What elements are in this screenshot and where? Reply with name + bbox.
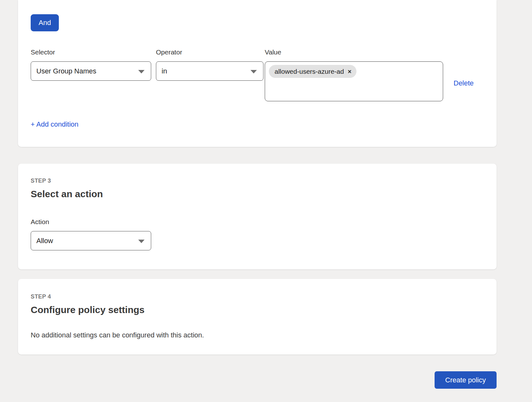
action-label: Action bbox=[31, 218, 484, 226]
value-tag-text: allowed-users-azure-ad bbox=[275, 68, 344, 75]
action-dropdown-value: Allow bbox=[36, 237, 53, 245]
step4-description: No additional settings can be configured… bbox=[31, 331, 484, 339]
step3-card: STEP 3 Select an action Action Allow bbox=[18, 164, 497, 269]
chevron-down-icon bbox=[138, 240, 145, 243]
operator-dropdown-value: in bbox=[162, 67, 167, 75]
step3-title: Select an action bbox=[31, 189, 484, 199]
chevron-down-icon bbox=[251, 70, 257, 73]
policy-builder-page: And Selector User Group Names Operator i… bbox=[0, 0, 532, 402]
chevron-down-icon bbox=[138, 70, 145, 73]
step4-label: STEP 4 bbox=[31, 293, 484, 300]
step3-label: STEP 3 bbox=[31, 177, 484, 184]
operator-label: Operator bbox=[156, 48, 263, 56]
operator-dropdown[interactable]: in bbox=[156, 61, 263, 81]
tag-remove-icon[interactable]: × bbox=[348, 68, 351, 75]
selector-label: Selector bbox=[31, 48, 151, 56]
operator-field: Operator in bbox=[151, 48, 263, 81]
action-dropdown[interactable]: Allow bbox=[31, 231, 151, 250]
selector-dropdown[interactable]: User Group Names bbox=[31, 61, 151, 81]
and-operator-button[interactable]: And bbox=[31, 14, 59, 31]
value-label: Value bbox=[265, 48, 443, 56]
condition-card: And Selector User Group Names Operator i… bbox=[18, 0, 497, 147]
footer-actions: Create policy bbox=[18, 371, 497, 389]
create-policy-button[interactable]: Create policy bbox=[435, 371, 497, 389]
selector-dropdown-value: User Group Names bbox=[36, 67, 96, 75]
selector-field: Selector User Group Names bbox=[31, 48, 151, 81]
condition-row: Selector User Group Names Operator in Va… bbox=[31, 48, 484, 101]
step4-title: Configure policy settings bbox=[31, 305, 484, 315]
value-tag: allowed-users-azure-ad × bbox=[269, 65, 356, 78]
add-condition-link[interactable]: + Add condition bbox=[31, 120, 78, 129]
delete-condition-link[interactable]: Delete bbox=[454, 79, 474, 87]
value-field: Value allowed-users-azure-ad × bbox=[263, 48, 443, 101]
value-tags-input[interactable]: allowed-users-azure-ad × bbox=[265, 61, 443, 101]
step4-card: STEP 4 Configure policy settings No addi… bbox=[18, 279, 497, 355]
